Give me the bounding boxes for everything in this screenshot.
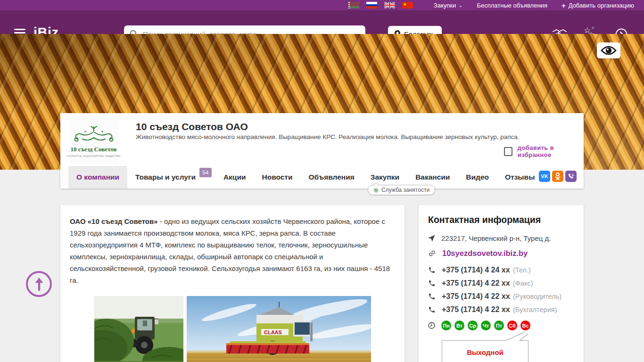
language-flags: ★ bbox=[348, 2, 413, 8]
photo-combine-harvester: CLAAS bbox=[187, 296, 371, 362]
procurement-menu[interactable]: Закупки ⌄ bbox=[434, 2, 463, 9]
phone-number[interactable]: +375 (1714) 4 22 xx bbox=[442, 279, 510, 287]
phone-row: +375 (1714) 4 24 xx (Тел.) bbox=[428, 266, 531, 274]
vk-icon[interactable]: VK bbox=[539, 171, 550, 182]
day-badge-tue: Вт bbox=[454, 321, 464, 330]
social-links: VK bbox=[539, 171, 577, 182]
favorite-label: добавить в избранное bbox=[518, 144, 584, 158]
svg-text:CLAAS: CLAAS bbox=[264, 329, 282, 335]
company-subtitle: Животноводство мясо-молочного направлени… bbox=[136, 133, 520, 140]
chevron-down-icon: ⌄ bbox=[458, 2, 462, 8]
viber-icon[interactable] bbox=[565, 171, 577, 182]
tab-promotions[interactable]: Акции bbox=[215, 166, 254, 189]
phone-label: (Тел.) bbox=[513, 266, 531, 274]
phone-label: (Бухгалтерия) bbox=[513, 306, 557, 313]
employment-service-icon bbox=[373, 188, 379, 193]
day-badge-fri: Пт bbox=[494, 321, 504, 330]
favorite-checkbox[interactable] bbox=[504, 147, 512, 156]
phone-icon bbox=[428, 280, 436, 287]
phone-icon bbox=[428, 293, 436, 300]
company-logo: 10 съезд Советов ОТКРЫТОЕ АКЦИОНЕРНОЕ ОБ… bbox=[69, 118, 118, 164]
phone-row: +375 (1714) 4 22 xx (Руководитель) bbox=[428, 292, 561, 301]
procurement-label: Закупки bbox=[434, 2, 456, 9]
clock-icon bbox=[428, 322, 435, 329]
company-card: 10 съезд Советов ОТКРЫТОЕ АКЦИОНЕРНОЕ ОБ… bbox=[60, 113, 584, 189]
day-badge-mon: Пн bbox=[441, 321, 451, 330]
contact-heading: Контактная информация bbox=[428, 214, 541, 225]
tab-news[interactable]: Новости bbox=[254, 166, 300, 189]
employment-service-label: Служба занятости bbox=[381, 187, 429, 193]
phone-row: +375 (1714) 4 22 xx (Бухгалтерия) bbox=[428, 305, 557, 314]
about-lead: ОАО «10 съезд Советов» bbox=[70, 217, 158, 225]
website-link[interactable]: 10syezdsovetov.ibiz.by bbox=[442, 249, 528, 258]
phone-row: +375 (1714) 4 22 xx (Факс) bbox=[428, 279, 533, 288]
contact-info-section: Контактная информация 223217, Червенский… bbox=[419, 205, 584, 362]
flag-belarus-icon[interactable] bbox=[348, 2, 359, 8]
arrow-up-icon bbox=[33, 277, 45, 291]
phone-label: (Руководитель) bbox=[513, 293, 561, 300]
phone-icon bbox=[428, 306, 436, 313]
tab-products-label: Товары и услуги bbox=[135, 173, 196, 181]
plus-icon: + bbox=[561, 1, 566, 9]
company-tabs: О компании Товары и услуги 54 Акции Ново… bbox=[68, 166, 543, 189]
day-off-tooltip: Выходной bbox=[442, 340, 528, 362]
flag-russia-icon[interactable] bbox=[366, 2, 377, 8]
tab-ads[interactable]: Объявления bbox=[300, 166, 362, 189]
eye-icon bbox=[601, 45, 617, 56]
tab-video[interactable]: Видео bbox=[458, 166, 497, 189]
phone-number[interactable]: +375 (1714) 4 24 xx bbox=[442, 266, 510, 274]
phone-icon bbox=[428, 266, 436, 274]
page: ★ Закупки ⌄ Бесплатные объявления + Доба… bbox=[0, 0, 644, 362]
logo-company-type: ОТКРЫТОЕ АКЦИОНЕРНОЕ ОБЩЕСТВО bbox=[66, 155, 121, 157]
page-title: 10 съезд Советов ОАО bbox=[136, 121, 248, 132]
day-badge-sun: Вс bbox=[520, 321, 530, 330]
flag-uk-icon[interactable] bbox=[384, 2, 395, 8]
day-off-tooltip-pointer bbox=[504, 331, 531, 341]
website-row: 10syezdsovetov.ibiz.by bbox=[428, 249, 528, 258]
address-row: 223217, Червенский р-н, Турец д. bbox=[428, 234, 551, 242]
working-days: Пн Вт Ср Чт Пт Сб Вс bbox=[441, 321, 530, 330]
add-to-favorites[interactable]: добавить в избранное bbox=[504, 144, 584, 158]
phone-number[interactable]: +375 (1714) 4 22 xx bbox=[442, 305, 510, 313]
about-body: - одно из ведущих сельских хозяйств Черв… bbox=[70, 217, 390, 284]
scroll-to-top-button[interactable] bbox=[26, 271, 52, 297]
working-days-row: Пн Вт Ср Чт Пт Сб Вс bbox=[428, 321, 530, 330]
topbar: ★ Закупки ⌄ Бесплатные объявления + Доба… bbox=[0, 0, 644, 10]
phone-label: (Факс) bbox=[513, 280, 533, 287]
day-badge-thu: Чт bbox=[481, 321, 491, 330]
day-badge-sat: Сб bbox=[507, 321, 517, 330]
address-navigation-icon bbox=[428, 235, 435, 242]
products-count-badge: 54 bbox=[199, 168, 212, 177]
flag-china-icon[interactable]: ★ bbox=[402, 2, 413, 8]
tab-products[interactable]: Товары и услуги 54 bbox=[127, 166, 215, 189]
about-text: ОАО «10 съезд Советов» - одно из ведущих… bbox=[70, 215, 396, 286]
photo-tractor-hay bbox=[94, 296, 183, 362]
day-badge-wed: Ср bbox=[468, 321, 478, 330]
logo-ornament bbox=[72, 125, 116, 145]
about-section: ОАО «10 съезд Советов» - одно из ведущих… bbox=[60, 205, 405, 362]
header: iBiz Беларусь ☆ ☆ ✧ 0 bbox=[0, 10, 644, 34]
accessibility-version-button[interactable] bbox=[597, 42, 620, 58]
address-text: 223217, Червенский р-н, Турец д. bbox=[441, 234, 551, 242]
tab-about[interactable]: О компании bbox=[68, 166, 127, 189]
link-icon bbox=[428, 249, 436, 257]
add-organization-label: Добавить организацию bbox=[569, 2, 634, 9]
employment-service-tooltip: Служба занятости bbox=[368, 185, 435, 195]
phone-number[interactable]: +375 (1714) 4 22 xx bbox=[442, 292, 510, 300]
odnoklassniki-icon[interactable] bbox=[552, 171, 563, 182]
logo-company-name: 10 съезд Советов bbox=[71, 146, 117, 153]
tab-reviews[interactable]: Отзывы bbox=[497, 166, 543, 189]
free-ads-link[interactable]: Бесплатные объявления bbox=[477, 2, 547, 9]
add-organization-link[interactable]: + Добавить организацию bbox=[561, 1, 634, 9]
